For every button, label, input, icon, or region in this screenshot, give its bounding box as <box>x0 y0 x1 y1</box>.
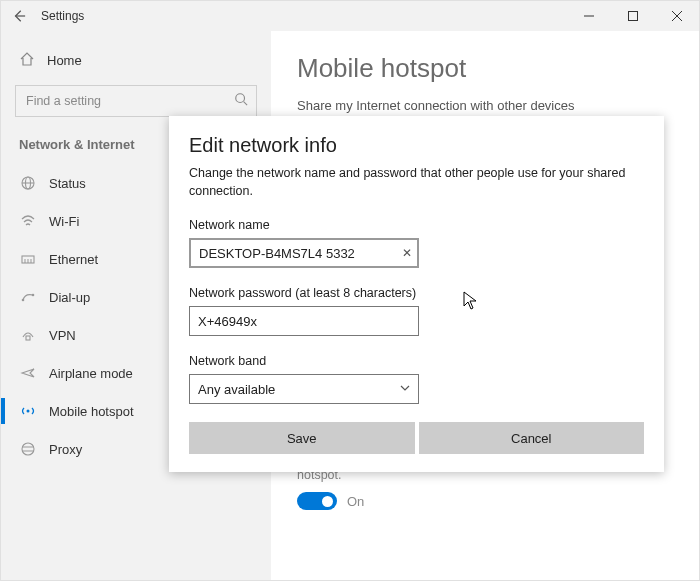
window-title: Settings <box>41 9 84 23</box>
airplane-icon <box>19 365 37 381</box>
cancel-button[interactable]: Cancel <box>419 422 645 454</box>
edit-network-dialog: Edit network info Change the network nam… <box>169 116 664 472</box>
dialog-title: Edit network info <box>189 134 644 157</box>
globe-icon <box>19 175 37 191</box>
sidebar-item-label: Airplane mode <box>49 366 133 381</box>
svg-point-16 <box>27 410 30 413</box>
network-name-label: Network name <box>189 218 644 232</box>
network-band-label: Network band <box>189 354 644 368</box>
power-saving-toggle[interactable] <box>297 492 337 510</box>
search-box[interactable] <box>15 85 257 117</box>
share-text: Share my Internet connection with other … <box>297 98 673 113</box>
clear-icon[interactable]: ✕ <box>402 246 412 260</box>
sidebar-item-label: Dial-up <box>49 290 90 305</box>
dialup-icon <box>19 289 37 305</box>
svg-line-5 <box>244 102 248 106</box>
network-name-input[interactable] <box>189 238 419 268</box>
chevron-down-icon <box>399 380 411 398</box>
sidebar-item-label: Ethernet <box>49 252 98 267</box>
hotspot-icon <box>19 403 37 419</box>
network-password-label: Network password (at least 8 characters) <box>189 286 644 300</box>
svg-point-13 <box>22 299 25 302</box>
sidebar-item-label: Mobile hotspot <box>49 404 134 419</box>
close-button[interactable] <box>655 1 699 31</box>
svg-point-17 <box>22 443 34 455</box>
ethernet-icon <box>19 251 37 267</box>
maximize-button[interactable] <box>611 1 655 31</box>
back-button[interactable] <box>7 4 31 28</box>
proxy-icon <box>19 441 37 457</box>
svg-rect-15 <box>26 336 30 340</box>
save-button[interactable]: Save <box>189 422 415 454</box>
network-band-value: Any available <box>198 382 275 397</box>
settings-window: Settings Home Net <box>0 0 700 581</box>
sidebar-item-label: VPN <box>49 328 76 343</box>
wifi-icon <box>19 213 37 229</box>
toggle-state-label: On <box>347 494 364 509</box>
svg-point-4 <box>236 94 245 103</box>
sidebar-item-label: Status <box>49 176 86 191</box>
dialog-desc: Change the network name and password tha… <box>189 165 644 200</box>
search-input[interactable] <box>16 86 256 116</box>
network-band-select[interactable]: Any available <box>189 374 419 404</box>
svg-point-14 <box>32 294 35 297</box>
network-password-input[interactable] <box>189 306 419 336</box>
sidebar-home[interactable]: Home <box>1 41 271 79</box>
sidebar-item-label: Proxy <box>49 442 82 457</box>
vpn-icon <box>19 327 37 343</box>
sidebar-home-label: Home <box>47 53 82 68</box>
page-title: Mobile hotspot <box>297 53 673 84</box>
home-icon <box>19 51 35 70</box>
minimize-button[interactable] <box>567 1 611 31</box>
sidebar-item-label: Wi-Fi <box>49 214 79 229</box>
svg-rect-1 <box>629 12 638 21</box>
search-icon <box>234 92 248 110</box>
titlebar: Settings <box>1 1 699 31</box>
